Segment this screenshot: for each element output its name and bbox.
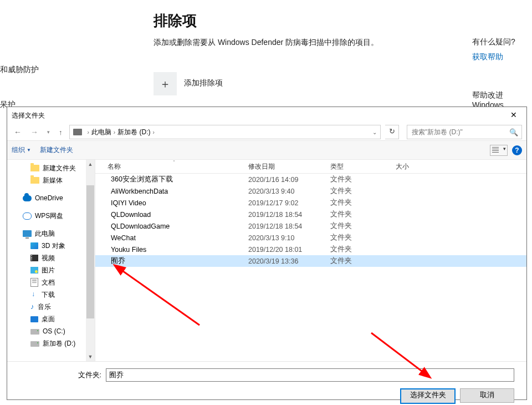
sort-indicator-icon: ˄ (173, 160, 175, 165)
page-title: 排除项 (154, 11, 197, 31)
select-folder-button[interactable]: 选择文件夹 (400, 388, 456, 404)
nav-forward-icon: → (28, 128, 40, 136)
tree-item[interactable]: 下载 (7, 288, 95, 301)
close-icon[interactable]: ✕ (501, 107, 526, 124)
search-icon[interactable]: 🔍 (509, 128, 518, 136)
breadcrumb-sep-icon: › (111, 129, 117, 135)
list-item[interactable]: QLDownloadGame2019/12/18 18:54文件夹 (95, 220, 526, 232)
refresh-icon[interactable]: ↻ (385, 125, 399, 139)
tree-item[interactable]: 视频 (7, 252, 95, 264)
tree-item[interactable]: ♪音乐 (7, 301, 95, 313)
help-icon[interactable]: ? (512, 145, 522, 155)
nav-up-icon[interactable]: ↑ (57, 128, 65, 136)
file-list: 名称˄ 修改日期 类型 大小 360安全浏览器下载2020/1/16 14:09… (95, 160, 526, 361)
tree-item[interactable]: WPS网盘 (7, 210, 95, 222)
list-item[interactable]: WeChat2020/3/13 9:10文件夹 (95, 232, 526, 244)
tree-item[interactable]: 文档 (7, 276, 95, 288)
breadcrumb-sep-icon: › (151, 129, 157, 135)
drive-icon (73, 129, 82, 135)
list-item[interactable]: Youku Files2019/12/20 18:01文件夹 (95, 244, 526, 255)
search-input[interactable] (411, 128, 509, 136)
add-exclusion-button[interactable]: ＋ (154, 72, 177, 95)
list-item[interactable]: AliWorkbenchData2020/3/13 9:40文件夹 (95, 185, 526, 197)
tree-item[interactable]: 新加卷 (D:) (7, 337, 95, 350)
breadcrumb[interactable]: › 此电脑 › 新加卷 (D:) › ⌄ (69, 125, 381, 139)
add-exclusion-label: 添加排除项 (184, 78, 223, 88)
sidebar-item-threat[interactable]: 和威胁防护 (0, 65, 39, 75)
view-options-icon[interactable] (490, 145, 508, 156)
column-date[interactable]: 修改日期 (248, 162, 330, 171)
tree-item[interactable]: 新建文件夹 (7, 162, 95, 174)
cancel-button[interactable]: 取消 (460, 388, 514, 403)
nav-tree[interactable]: 新建文件夹新媒体OneDriveWPS网盘此电脑3D 对象视频图片文档下载♪音乐… (7, 160, 95, 361)
search-box[interactable]: 🔍 (407, 125, 522, 139)
nav-recent-icon[interactable]: ▾ (45, 129, 52, 135)
tree-item[interactable]: OS (C:) (7, 325, 95, 337)
column-name[interactable]: 名称˄ (108, 162, 248, 171)
scroll-up-icon[interactable]: ▲ (86, 160, 95, 169)
tree-item[interactable]: 此电脑 (7, 227, 95, 240)
nav-back-icon[interactable]: ← (12, 128, 24, 136)
scroll-thumb[interactable] (86, 185, 94, 318)
scroll-down-icon[interactable]: ▼ (86, 352, 95, 361)
column-type[interactable]: 类型 (330, 162, 396, 171)
new-folder-button[interactable]: 新建文件夹 (40, 145, 73, 155)
tree-item[interactable]: 桌面 (7, 313, 95, 325)
breadcrumb-dropdown-icon[interactable]: ⌄ (372, 129, 377, 135)
list-item[interactable]: IQIYI Video2019/12/17 9:02文件夹 (95, 197, 526, 209)
list-item[interactable]: 囿乔2020/3/19 13:36文件夹 (95, 255, 526, 267)
breadcrumb-sep-icon: › (85, 129, 91, 135)
folder-input[interactable] (106, 368, 514, 382)
tree-item[interactable]: 新媒体 (7, 174, 95, 186)
breadcrumb-root[interactable]: 此电脑 (91, 128, 111, 137)
tree-item[interactable]: OneDrive (7, 192, 95, 204)
tree-item[interactable]: 3D 对象 (7, 240, 95, 252)
list-item[interactable]: 360安全浏览器下载2020/1/16 14:09文件夹 (95, 174, 526, 185)
question-heading: 有什么疑问? (472, 37, 515, 47)
organize-menu[interactable]: 组织▼ (12, 145, 31, 155)
folder-picker-dialog: 选择文件夹 ✕ ← → ▾ ↑ › 此电脑 › 新加卷 (D:) › ⌄ ↻ 🔍… (7, 107, 527, 400)
list-item[interactable]: QLDownload2019/12/18 18:54文件夹 (95, 209, 526, 220)
breadcrumb-drive[interactable]: 新加卷 (D:) (117, 128, 150, 137)
folder-field-label: 文件夹: (7, 371, 106, 380)
column-size[interactable]: 大小 (396, 162, 440, 171)
page-subtitle: 添加或删除需要从 Windows Defender 防病毒扫描中排除的项目。 (154, 38, 378, 48)
tree-item[interactable]: 图片 (7, 264, 95, 276)
dialog-title: 选择文件夹 (12, 111, 45, 120)
get-help-link[interactable]: 获取帮助 (472, 52, 503, 62)
tree-scrollbar[interactable]: ▲ ▼ (86, 160, 95, 361)
